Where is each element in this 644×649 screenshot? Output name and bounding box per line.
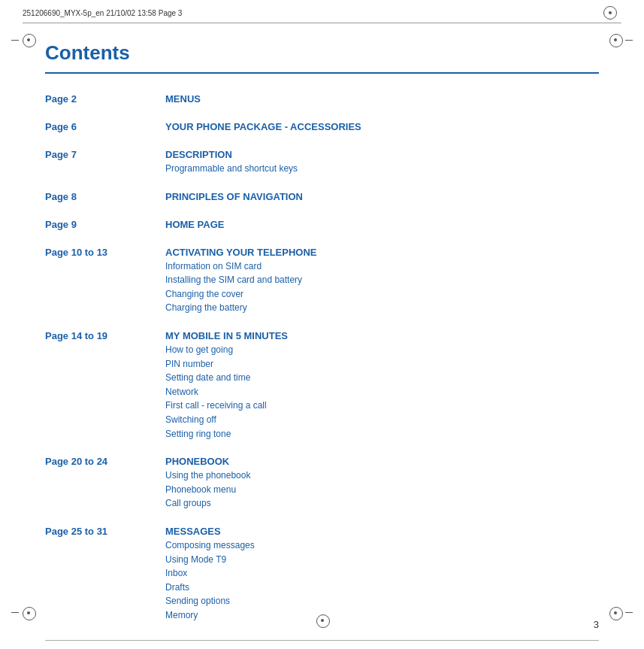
page-title: Contents — [45, 41, 599, 65]
toc-page-label: Page 10 to 13 — [45, 242, 165, 326]
page-number: 3 — [594, 619, 599, 630]
toc-row: Page 10 to 13ACTIVATING YOUR TELEPHONEIn… — [45, 242, 599, 326]
toc-section-item: Composing messages — [165, 538, 599, 553]
toc-section-item: How to get going — [165, 343, 599, 357]
toc-row: Page 6YOUR PHONE PACKAGE - ACCESSORIES — [45, 117, 599, 144]
reg-mark-bottom-center — [316, 614, 328, 626]
registration-mark-header — [603, 6, 617, 20]
toc-page-label: Page 6 — [45, 117, 165, 144]
toc-section-item: Memory — [165, 608, 599, 623]
toc-page-label: Page 25 to 31 — [45, 521, 165, 633]
reg-mark-bottom-left — [23, 607, 35, 619]
toc-section-item: Using Mode T9 — [165, 553, 599, 567]
page: 251206690_MYX-5p_en 21/10/02 13:58 Page … — [0, 0, 644, 649]
toc-row: Page 8PRINCIPLES OF NAVIGATION — [45, 187, 599, 214]
toc-content: DESCRIPTIONProgrammable and shortcut key… — [165, 144, 599, 187]
toc-page-label: Page 2 — [45, 89, 165, 117]
toc-section-title: MENUS — [165, 93, 599, 105]
toc-content: PRINCIPLES OF NAVIGATION — [165, 187, 599, 214]
toc-section-item: Call groups — [165, 496, 599, 511]
side-line — [11, 40, 19, 41]
toc-section-item: First call - receiving a call — [165, 399, 599, 413]
toc-section-title: PHONEBOOK — [165, 456, 599, 467]
toc-section-title: ACTIVATING YOUR TELEPHONE — [165, 247, 599, 258]
toc-section-title: MY MOBILE IN 5 MINUTES — [165, 330, 599, 341]
toc-page-label: Page 14 to 19 — [45, 326, 165, 451]
toc-row: Page 20 to 24PHONEBOOKUsing the phoneboo… — [45, 451, 599, 521]
toc-section-item: Changing the cover — [165, 287, 599, 302]
title-divider — [45, 72, 599, 74]
toc-section-item: Sending options — [165, 594, 599, 608]
toc-section-item: Drafts — [165, 581, 599, 595]
toc-section-item: Setting ring tone — [165, 427, 599, 441]
toc-section-item: PIN number — [165, 357, 599, 372]
reg-mark-top-right — [609, 34, 621, 46]
toc-section-title: DESCRIPTION — [165, 149, 599, 160]
toc-content: HOME PAGE — [165, 214, 599, 242]
toc-section-item: Charging the battery — [165, 301, 599, 315]
toc-section-item: Installing the SIM card and battery — [165, 273, 599, 287]
toc-content: MESSAGESComposing messagesUsing Mode T9I… — [165, 521, 599, 633]
header-bar: 251206690_MYX-5p_en 21/10/02 13:58 Page … — [23, 6, 621, 23]
side-line — [625, 40, 633, 41]
toc-content: YOUR PHONE PACKAGE - ACCESSORIES — [165, 117, 599, 144]
toc-section-item: Phonebook menu — [165, 483, 599, 497]
toc-section-item: Setting date and time — [165, 371, 599, 385]
toc-page-label: Page 7 — [45, 144, 165, 187]
toc-section-item: Switching off — [165, 413, 599, 427]
toc-section-title: HOME PAGE — [165, 219, 599, 230]
toc-section-item: Inbox — [165, 566, 599, 581]
toc-content: MY MOBILE IN 5 MINUTESHow to get goingPI… — [165, 326, 599, 451]
toc-row: Page 2MENUS — [45, 89, 599, 117]
toc-row: Page 7DESCRIPTIONProgrammable and shortc… — [45, 144, 599, 187]
toc-section-item: Information on SIM card — [165, 259, 599, 274]
side-line — [11, 612, 19, 613]
toc-row: Page 9HOME PAGE — [45, 214, 599, 242]
toc-content: PHONEBOOKUsing the phonebookPhonebook me… — [165, 451, 599, 521]
toc-page-label: Page 9 — [45, 214, 165, 242]
side-line — [625, 612, 633, 613]
reg-mark-bottom-right — [609, 607, 621, 619]
toc-page-label: Page 20 to 24 — [45, 451, 165, 521]
toc-section-item: Programmable and shortcut keys — [165, 162, 599, 176]
bottom-divider — [45, 640, 599, 641]
toc-table: Page 2MENUSPage 6YOUR PHONE PACKAGE - AC… — [45, 89, 599, 632]
toc-section-title: YOUR PHONE PACKAGE - ACCESSORIES — [165, 121, 599, 132]
toc-section-item: Using the phonebook — [165, 469, 599, 483]
toc-content: ACTIVATING YOUR TELEPHONEInformation on … — [165, 242, 599, 326]
toc-section-item: Network — [165, 385, 599, 399]
toc-section-title: MESSAGES — [165, 526, 599, 537]
header-filename: 251206690_MYX-5p_en 21/10/02 13:58 Page … — [23, 9, 599, 17]
reg-mark-top-left — [23, 34, 35, 46]
contents-section: Contents Page 2MENUSPage 6YOUR PHONE PAC… — [0, 0, 644, 649]
toc-page-label: Page 8 — [45, 187, 165, 214]
toc-row: Page 14 to 19MY MOBILE IN 5 MINUTESHow t… — [45, 326, 599, 451]
toc-content: MENUS — [165, 89, 599, 117]
toc-section-title: PRINCIPLES OF NAVIGATION — [165, 191, 599, 202]
